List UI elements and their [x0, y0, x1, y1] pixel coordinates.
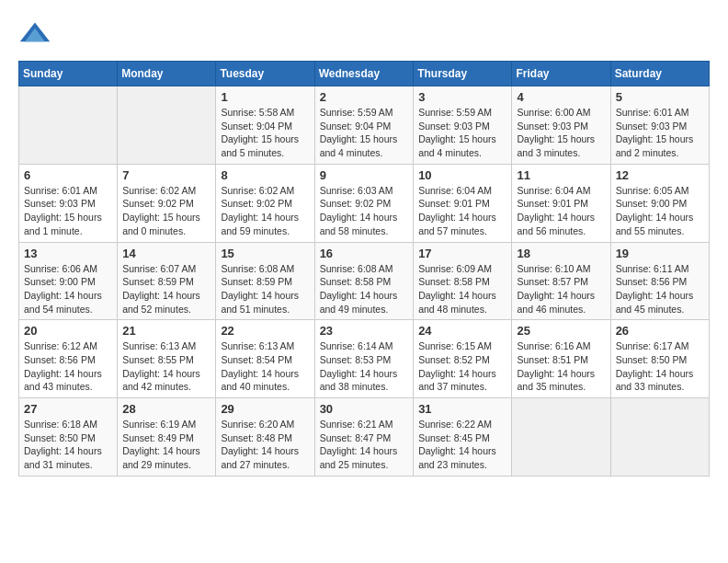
day-info: Sunrise: 6:13 AMSunset: 8:54 PMDaylight:…: [221, 339, 309, 394]
day-info: Sunrise: 6:17 AMSunset: 8:50 PMDaylight:…: [616, 339, 704, 394]
day-number: 21: [122, 324, 210, 338]
calendar-week-4: 20Sunrise: 6:12 AMSunset: 8:56 PMDayligh…: [19, 320, 710, 398]
calendar-day: [19, 86, 118, 165]
calendar-day: [610, 398, 709, 477]
weekday-header-monday: Monday: [118, 62, 216, 86]
day-number: 23: [320, 324, 409, 338]
day-info: Sunrise: 6:00 AMSunset: 9:03 PMDaylight:…: [517, 106, 605, 160]
day-number: 11: [517, 168, 605, 182]
day-number: 13: [24, 247, 112, 260]
day-info: Sunrise: 6:11 AMSunset: 8:56 PMDaylight:…: [616, 262, 704, 316]
calendar-header: SundayMondayTuesdayWednesdayThursdayFrid…: [19, 62, 710, 86]
day-number: 5: [616, 90, 704, 104]
page-header: [18, 18, 710, 52]
day-info: Sunrise: 6:13 AMSunset: 8:55 PMDaylight:…: [122, 339, 210, 394]
day-number: 30: [320, 402, 409, 416]
day-number: 10: [418, 168, 506, 182]
calendar-day: 7Sunrise: 6:02 AMSunset: 9:02 PMDaylight…: [118, 164, 216, 242]
day-info: Sunrise: 6:08 AMSunset: 8:59 PMDaylight:…: [221, 262, 309, 316]
day-number: 18: [517, 247, 605, 260]
day-number: 27: [24, 402, 112, 416]
calendar-day: 22Sunrise: 6:13 AMSunset: 8:54 PMDayligh…: [216, 320, 314, 398]
day-number: 15: [221, 247, 309, 260]
calendar-table: SundayMondayTuesdayWednesdayThursdayFrid…: [18, 61, 710, 477]
calendar-week-1: 1Sunrise: 5:58 AMSunset: 9:04 PMDaylight…: [19, 86, 710, 165]
calendar-day: 19Sunrise: 6:11 AMSunset: 8:56 PMDayligh…: [610, 242, 709, 320]
calendar-day: 20Sunrise: 6:12 AMSunset: 8:56 PMDayligh…: [19, 320, 118, 398]
day-number: 20: [24, 324, 112, 338]
day-info: Sunrise: 5:59 AMSunset: 9:04 PMDaylight:…: [320, 106, 409, 160]
calendar-day: 18Sunrise: 6:10 AMSunset: 8:57 PMDayligh…: [512, 242, 610, 320]
calendar-day: [118, 86, 216, 165]
day-info: Sunrise: 6:16 AMSunset: 8:51 PMDaylight:…: [517, 339, 605, 394]
day-number: 14: [122, 247, 210, 260]
calendar-day: 24Sunrise: 6:15 AMSunset: 8:52 PMDayligh…: [414, 320, 512, 398]
day-info: Sunrise: 6:19 AMSunset: 8:49 PMDaylight:…: [122, 418, 210, 472]
calendar-day: 9Sunrise: 6:03 AMSunset: 9:02 PMDaylight…: [314, 164, 414, 242]
calendar-day: 12Sunrise: 6:05 AMSunset: 9:00 PMDayligh…: [610, 164, 709, 242]
day-info: Sunrise: 6:07 AMSunset: 8:59 PMDaylight:…: [122, 262, 210, 316]
calendar-body: 1Sunrise: 5:58 AMSunset: 9:04 PMDaylight…: [19, 86, 710, 477]
calendar-day: 1Sunrise: 5:58 AMSunset: 9:04 PMDaylight…: [216, 86, 314, 165]
day-info: Sunrise: 6:08 AMSunset: 8:58 PMDaylight:…: [320, 262, 409, 316]
day-info: Sunrise: 6:06 AMSunset: 9:00 PMDaylight:…: [24, 262, 112, 316]
calendar-day: 2Sunrise: 5:59 AMSunset: 9:04 PMDaylight…: [314, 86, 414, 165]
calendar-day: 10Sunrise: 6:04 AMSunset: 9:01 PMDayligh…: [414, 164, 512, 242]
calendar-day: [512, 398, 610, 477]
day-number: 9: [320, 168, 409, 182]
day-info: Sunrise: 6:22 AMSunset: 8:45 PMDaylight:…: [418, 418, 506, 472]
calendar-day: 26Sunrise: 6:17 AMSunset: 8:50 PMDayligh…: [610, 320, 709, 398]
day-number: 2: [320, 90, 409, 104]
weekday-header-wednesday: Wednesday: [314, 62, 414, 86]
weekday-header-thursday: Thursday: [414, 62, 512, 86]
calendar-day: 14Sunrise: 6:07 AMSunset: 8:59 PMDayligh…: [118, 242, 216, 320]
calendar-day: 31Sunrise: 6:22 AMSunset: 8:45 PMDayligh…: [414, 398, 512, 477]
day-number: 1: [221, 90, 309, 104]
day-number: 8: [221, 168, 309, 182]
calendar-day: 6Sunrise: 6:01 AMSunset: 9:03 PMDaylight…: [19, 164, 118, 242]
day-info: Sunrise: 6:01 AMSunset: 9:03 PMDaylight:…: [24, 184, 112, 238]
day-number: 31: [418, 402, 506, 416]
day-number: 7: [122, 168, 210, 182]
logo: [18, 18, 57, 52]
day-info: Sunrise: 5:58 AMSunset: 9:04 PMDaylight:…: [221, 106, 309, 160]
day-number: 22: [221, 324, 309, 338]
day-number: 4: [517, 90, 605, 104]
calendar-day: 11Sunrise: 6:04 AMSunset: 9:01 PMDayligh…: [512, 164, 610, 242]
day-number: 12: [616, 168, 704, 182]
day-info: Sunrise: 6:03 AMSunset: 9:02 PMDaylight:…: [320, 184, 409, 238]
day-info: Sunrise: 6:20 AMSunset: 8:48 PMDaylight:…: [221, 418, 309, 472]
calendar-day: 16Sunrise: 6:08 AMSunset: 8:58 PMDayligh…: [314, 242, 414, 320]
weekday-header-saturday: Saturday: [610, 62, 709, 86]
day-info: Sunrise: 6:02 AMSunset: 9:02 PMDaylight:…: [122, 184, 210, 238]
day-info: Sunrise: 6:05 AMSunset: 9:00 PMDaylight:…: [616, 184, 704, 238]
calendar-day: 8Sunrise: 6:02 AMSunset: 9:02 PMDaylight…: [216, 164, 314, 242]
day-info: Sunrise: 6:01 AMSunset: 9:03 PMDaylight:…: [616, 106, 704, 160]
day-number: 3: [418, 90, 506, 104]
logo-icon: [18, 18, 51, 52]
calendar-day: 21Sunrise: 6:13 AMSunset: 8:55 PMDayligh…: [118, 320, 216, 398]
calendar-week-2: 6Sunrise: 6:01 AMSunset: 9:03 PMDaylight…: [19, 164, 710, 242]
calendar-day: 5Sunrise: 6:01 AMSunset: 9:03 PMDaylight…: [610, 86, 709, 165]
day-info: Sunrise: 6:10 AMSunset: 8:57 PMDaylight:…: [517, 262, 605, 316]
calendar-day: 15Sunrise: 6:08 AMSunset: 8:59 PMDayligh…: [216, 242, 314, 320]
calendar-day: 30Sunrise: 6:21 AMSunset: 8:47 PMDayligh…: [314, 398, 414, 477]
day-number: 26: [616, 324, 704, 338]
day-number: 25: [517, 324, 605, 338]
day-info: Sunrise: 5:59 AMSunset: 9:03 PMDaylight:…: [418, 106, 506, 160]
day-info: Sunrise: 6:14 AMSunset: 8:53 PMDaylight:…: [320, 339, 409, 394]
day-number: 29: [221, 402, 309, 416]
day-info: Sunrise: 6:12 AMSunset: 8:56 PMDaylight:…: [24, 339, 112, 394]
calendar-day: 27Sunrise: 6:18 AMSunset: 8:50 PMDayligh…: [19, 398, 118, 477]
day-number: 17: [418, 247, 506, 260]
weekday-header-row: SundayMondayTuesdayWednesdayThursdayFrid…: [19, 62, 710, 86]
day-number: 19: [616, 247, 704, 260]
day-info: Sunrise: 6:18 AMSunset: 8:50 PMDaylight:…: [24, 418, 112, 472]
day-info: Sunrise: 6:04 AMSunset: 9:01 PMDaylight:…: [418, 184, 506, 238]
day-info: Sunrise: 6:15 AMSunset: 8:52 PMDaylight:…: [418, 339, 506, 394]
weekday-header-friday: Friday: [512, 62, 610, 86]
day-info: Sunrise: 6:09 AMSunset: 8:58 PMDaylight:…: [418, 262, 506, 316]
day-number: 28: [122, 402, 210, 416]
day-number: 24: [418, 324, 506, 338]
day-info: Sunrise: 6:21 AMSunset: 8:47 PMDaylight:…: [320, 418, 409, 472]
